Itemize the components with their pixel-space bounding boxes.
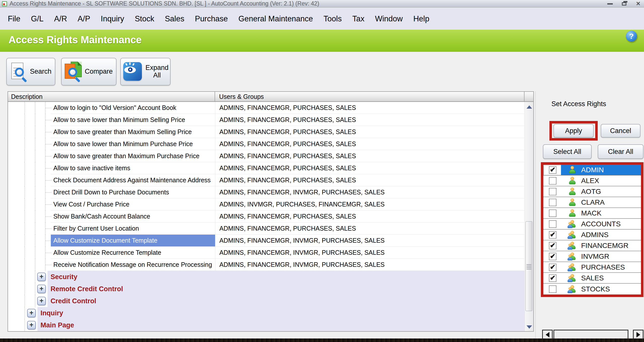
user-checkbox[interactable] bbox=[549, 231, 556, 239]
user-checkbox[interactable] bbox=[549, 242, 556, 249]
vertical-scrollbar[interactable] bbox=[525, 102, 533, 331]
user-checkbox[interactable] bbox=[549, 188, 556, 195]
tree-lines bbox=[8, 126, 51, 138]
user-list-item[interactable]: FINANCEMGR bbox=[543, 240, 641, 251]
row-users-cell: ADMINS, INVMGR, PURCHASES, FINANCEMGR, S… bbox=[215, 198, 525, 210]
menu-item[interactable]: Tools bbox=[318, 11, 347, 27]
table-row[interactable]: Allow Customize Document Template ADMINS… bbox=[8, 235, 525, 247]
scroll-down-icon[interactable] bbox=[527, 325, 532, 329]
user-checkbox[interactable] bbox=[549, 177, 556, 185]
table-row[interactable]: Allow to save lower than Minimum Selling… bbox=[8, 114, 525, 126]
user-checkbox[interactable] bbox=[549, 220, 556, 228]
user-checkbox[interactable] bbox=[549, 253, 556, 260]
scroll-up-icon[interactable] bbox=[527, 105, 532, 109]
user-icon bbox=[568, 231, 577, 239]
user-checkbox[interactable] bbox=[549, 264, 556, 271]
table-row[interactable]: Allow to save greater than Maximum Purch… bbox=[8, 150, 525, 162]
hscroll-left-button[interactable] bbox=[542, 330, 553, 340]
table-row[interactable]: Check Document Address Against Maintenan… bbox=[8, 174, 525, 186]
table-row[interactable]: Filter by Current User Location ADMINS, … bbox=[8, 223, 525, 235]
menu-item[interactable]: Tax bbox=[347, 11, 370, 27]
expand-plus-icon[interactable] bbox=[37, 273, 46, 281]
user-list-item[interactable]: ACCOUNTS bbox=[543, 219, 641, 230]
row-users: ADMINS, FINANCEMGR, PURCHASES, SALES bbox=[219, 116, 356, 123]
expand-plus-icon[interactable] bbox=[37, 297, 46, 305]
expand-plus-icon[interactable] bbox=[27, 309, 36, 317]
user-checkbox[interactable] bbox=[549, 209, 556, 217]
column-header-description[interactable]: Description bbox=[8, 92, 215, 101]
user-list-item[interactable]: STOCKS bbox=[543, 284, 641, 294]
row-description: Check Document Address Against Maintenan… bbox=[53, 177, 211, 184]
menu-item[interactable]: Help bbox=[408, 11, 435, 27]
select-all-button[interactable]: Select All bbox=[543, 144, 592, 159]
menu-item[interactable]: General Maintenance bbox=[233, 11, 318, 27]
menu-item[interactable]: A/P bbox=[72, 11, 96, 27]
tree-lines bbox=[8, 138, 51, 150]
user-checkbox[interactable] bbox=[549, 285, 556, 293]
tree-category-row[interactable]: Credit Control bbox=[8, 295, 525, 307]
apply-button[interactable]: Apply bbox=[553, 124, 594, 138]
row-description-cell: Direct Drill Down to Purchase Documents bbox=[51, 186, 215, 198]
table-row[interactable]: Allow to save inactive items ADMINS, FIN… bbox=[8, 162, 525, 174]
compare-button[interactable]: Compare bbox=[61, 58, 116, 86]
menu-item[interactable]: Inquiry bbox=[96, 11, 130, 27]
user-list-item[interactable]: INVMGR bbox=[543, 251, 641, 262]
close-button[interactable]: ✕ bbox=[634, 1, 642, 7]
row-users: ADMINS, FINANCEMGR, PURCHASES, SALES bbox=[219, 140, 356, 148]
table-row[interactable]: Direct Drill Down to Purchase Documents … bbox=[8, 186, 525, 198]
cancel-button[interactable]: Cancel bbox=[601, 124, 640, 138]
restore-button[interactable] bbox=[620, 1, 628, 7]
user-list-item[interactable]: CLARA bbox=[543, 197, 641, 208]
clear-all-button[interactable]: Clear All bbox=[598, 144, 643, 159]
table-row[interactable]: Allow to save greater than Maximum Selli… bbox=[8, 126, 525, 138]
row-description: Show Bank/Cash Account Balance bbox=[53, 213, 150, 220]
user-list-item[interactable]: MACK bbox=[543, 208, 641, 219]
hscroll-right-button[interactable] bbox=[633, 330, 643, 340]
table-row[interactable]: View Cost / Purchase Price ADMINS, INVMG… bbox=[8, 198, 525, 210]
menu-item[interactable]: Window bbox=[370, 11, 408, 27]
tree-lines bbox=[8, 247, 51, 259]
menu-item[interactable]: G/L bbox=[26, 11, 49, 27]
menu-item[interactable]: Purchase bbox=[190, 11, 233, 27]
window-controls: ✕ bbox=[606, 0, 642, 8]
tree-category-row[interactable]: Security bbox=[8, 271, 525, 283]
user-checkbox[interactable] bbox=[549, 199, 556, 206]
user-list-item[interactable]: ADMIN bbox=[543, 165, 641, 176]
table-row[interactable]: Receive Notification Message on Recurren… bbox=[8, 259, 525, 271]
menu-item[interactable]: A/R bbox=[49, 11, 72, 27]
tree-category-row[interactable]: Main Page bbox=[8, 319, 525, 331]
horizontal-scrollbar-thumb[interactable] bbox=[553, 330, 628, 340]
user-list-item[interactable]: AOTG bbox=[543, 186, 641, 197]
user-checkbox[interactable] bbox=[549, 166, 556, 174]
vertical-scrollbar-thumb[interactable] bbox=[526, 221, 532, 311]
table-row[interactable]: Allow to login to "Old Version" Account … bbox=[8, 102, 525, 114]
help-button[interactable]: ? bbox=[626, 31, 637, 42]
minimize-button[interactable] bbox=[606, 1, 614, 7]
expand-all-button[interactable]: Expand All bbox=[120, 58, 171, 86]
user-list-item[interactable]: ALEX bbox=[543, 176, 641, 186]
menu-item-label: A/P bbox=[78, 14, 90, 23]
row-users: ADMINS, FINANCEMGR, PURCHASES, SALES bbox=[219, 128, 356, 136]
user-list-item[interactable]: PURCHASES bbox=[543, 262, 641, 273]
table-row[interactable]: Show Bank/Cash Account Balance ADMINS, F… bbox=[8, 210, 525, 223]
user-list-item[interactable]: SALES bbox=[543, 273, 641, 284]
tree-category-row[interactable]: Inquiry bbox=[8, 307, 525, 319]
category-fill: Main Page bbox=[37, 319, 525, 331]
user-name: FINANCEMGR bbox=[581, 242, 628, 250]
menu-item[interactable]: File bbox=[3, 11, 26, 27]
expand-plus-icon[interactable] bbox=[27, 321, 36, 329]
table-row[interactable]: Allow Customize Recurrence Template ADMI… bbox=[8, 247, 525, 259]
column-header-users-groups[interactable]: Users & Groups bbox=[215, 92, 525, 101]
expand-plus-icon[interactable] bbox=[37, 285, 46, 293]
user-checkbox[interactable] bbox=[549, 274, 556, 282]
minimize-icon bbox=[607, 3, 613, 5]
search-button[interactable]: Search bbox=[6, 58, 55, 86]
tree-category-row[interactable]: Remote Credit Control bbox=[8, 283, 525, 295]
user-list-item[interactable]: ADMINS bbox=[543, 230, 641, 240]
menu-item[interactable]: Stock bbox=[130, 11, 160, 27]
menu-item[interactable]: Sales bbox=[159, 11, 190, 27]
page-header: Access Rights Maintenance ? bbox=[0, 30, 644, 52]
menu-item-label: File bbox=[8, 14, 20, 23]
row-users-cell: ADMINS, FINANCEMGR, INVMGR, PURCHASES, S… bbox=[215, 247, 525, 259]
table-row[interactable]: Allow to save lower than Minimum Purchas… bbox=[8, 138, 525, 150]
